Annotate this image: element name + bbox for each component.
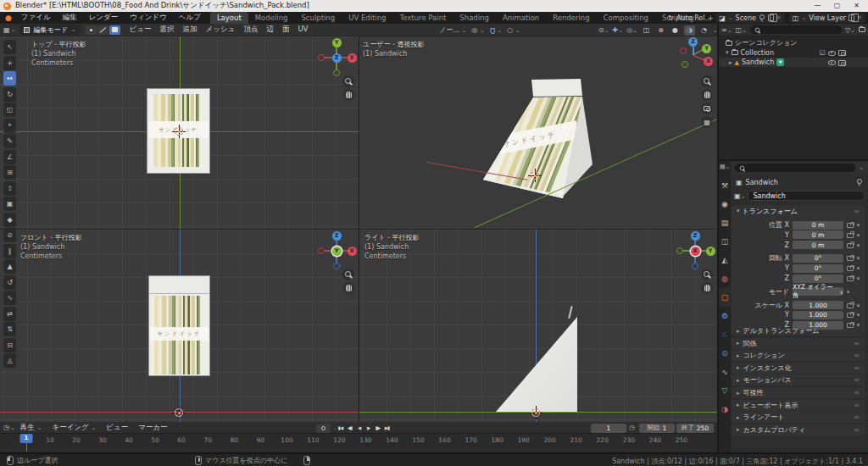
animate-dot-icon[interactable] bbox=[857, 257, 860, 259]
view-layer-properties-tab[interactable]: ◫ bbox=[719, 232, 731, 251]
properties-options-icon[interactable]: ⌄ bbox=[859, 164, 864, 171]
gizmo-y-axis[interactable]: Y bbox=[332, 247, 342, 256]
pivot-point-dropdown[interactable]: ◎ ⌄ bbox=[471, 26, 484, 34]
viewport-menu[interactable]: ビュー bbox=[125, 25, 156, 35]
render-visibility-icon[interactable] bbox=[838, 50, 846, 56]
move-tool[interactable]: ↔ bbox=[3, 71, 16, 86]
gizmo-x-neg[interactable] bbox=[318, 247, 325, 254]
panel-grip-icon[interactable]: ≡ bbox=[854, 376, 860, 384]
gizmo-z-axis[interactable]: Z bbox=[332, 231, 342, 241]
inset-faces-tool[interactable]: ▣ bbox=[3, 197, 16, 211]
maximize-button[interactable]: ▢ bbox=[827, 0, 847, 12]
viewport-user-perspective[interactable]: サンドイッチ ユーザー・透視投影 (1) Sandwich Z Y X ▦ bbox=[359, 36, 717, 229]
transform-value-field[interactable]: 1.000 bbox=[793, 311, 843, 319]
disclosure-icon[interactable]: ▸ bbox=[729, 59, 732, 66]
menubar-menu[interactable]: ヘルプ bbox=[173, 13, 207, 23]
gizmo-x-axis[interactable]: X bbox=[348, 247, 357, 256]
timeline-editor-icon[interactable]: ◷⌄ bbox=[3, 424, 15, 431]
panel-header[interactable]: ▸ラインアート≡ bbox=[732, 412, 865, 423]
auto-key-record-button[interactable] bbox=[316, 424, 331, 433]
transform-value-field[interactable]: 1.000 bbox=[793, 301, 843, 309]
outliner-row-collection[interactable]: ▾ Collection ☑ bbox=[719, 48, 868, 58]
scene-selector[interactable]: ◪⌄ Scene ✕ bbox=[715, 13, 785, 23]
object-name-field[interactable]: Sandwich bbox=[748, 191, 865, 201]
viewport-menu[interactable]: 追加 bbox=[179, 25, 202, 35]
pin-icon[interactable] bbox=[759, 14, 765, 21]
transform-value-field[interactable]: 0° bbox=[793, 275, 843, 283]
panel-grip-icon[interactable]: ≡ bbox=[854, 352, 860, 359]
close-button[interactable]: ✕ bbox=[847, 0, 866, 12]
zoom-widget[interactable] bbox=[342, 269, 354, 280]
current-frame-field[interactable]: 1 bbox=[591, 424, 626, 433]
shading-wireframe-button[interactable]: ⊕ bbox=[655, 25, 666, 36]
gizmo-z-axis[interactable]: Z bbox=[691, 231, 700, 241]
viewport-menu[interactable]: 辺 bbox=[262, 25, 278, 35]
lock-icon[interactable] bbox=[847, 311, 854, 319]
loop-cut-tool[interactable]: ⊘ bbox=[3, 228, 16, 242]
render-visibility-icon[interactable] bbox=[838, 60, 846, 66]
timeline-menu[interactable]: キーイング ⌄ bbox=[47, 423, 101, 433]
workspace-tab-animation[interactable]: Animation bbox=[496, 12, 546, 24]
gizmo-z-axis[interactable]: Z bbox=[688, 37, 698, 47]
timeline-menu[interactable]: ビュー bbox=[101, 423, 133, 433]
animate-dot-icon[interactable] bbox=[857, 277, 860, 280]
viewport-menu[interactable]: UV bbox=[293, 25, 312, 35]
lock-icon[interactable] bbox=[847, 221, 854, 229]
mode-dropdown[interactable]: 編集モード ⌄ bbox=[19, 25, 80, 35]
hide-eye-icon[interactable] bbox=[828, 49, 836, 57]
next-keyframe-button[interactable]: ▮▶ bbox=[373, 424, 382, 433]
rotate-tool[interactable]: ↻ bbox=[3, 87, 16, 102]
editor-type-icon[interactable]: ▦⌄ bbox=[3, 26, 15, 34]
particles-properties-tab[interactable]: ∴ bbox=[719, 325, 731, 344]
gizmo-x-axis[interactable]: X bbox=[348, 53, 357, 63]
panel-grip-icon[interactable]: ≡ bbox=[854, 364, 860, 372]
outliner-row-scene-collection[interactable]: シーンコレクション bbox=[719, 38, 868, 47]
bevel-tool[interactable]: ◆ bbox=[3, 213, 16, 227]
blender-menu-icon[interactable]: ● bbox=[5, 14, 12, 22]
tool-properties-tab[interactable]: ⚒ bbox=[719, 176, 731, 195]
workspace-tab-texture-paint[interactable]: Texture Paint bbox=[393, 12, 453, 24]
rip-region-tool[interactable]: ◬ bbox=[3, 353, 16, 368]
animate-dot-icon[interactable] bbox=[857, 313, 860, 316]
pan-hand-widget[interactable] bbox=[342, 89, 354, 101]
gizmo-y-axis[interactable]: Y bbox=[706, 247, 715, 256]
visibility-dropdown[interactable]: ⊙⌄ bbox=[598, 26, 609, 34]
gizmo-x-neg[interactable] bbox=[318, 54, 325, 61]
jump-to-start-button[interactable]: ▮◀ bbox=[336, 424, 345, 433]
transform-value-field[interactable]: 0 m bbox=[793, 241, 843, 249]
sandwich-package-front-view[interactable]: サンドイッチ bbox=[148, 275, 210, 376]
gizmo-x-axis[interactable]: X bbox=[691, 247, 700, 256]
shear-tool[interactable]: ⊟ bbox=[3, 338, 16, 352]
spin-tool[interactable]: ↺ bbox=[3, 275, 16, 290]
edge-slide-tool[interactable]: ⇄ bbox=[3, 307, 16, 321]
gizmo-y-neg[interactable] bbox=[333, 69, 340, 76]
smooth-tool[interactable]: ∿ bbox=[3, 291, 16, 305]
scale-tool[interactable]: ◱ bbox=[3, 103, 16, 117]
lock-icon[interactable] bbox=[847, 254, 854, 262]
animate-dot-icon[interactable] bbox=[857, 304, 860, 307]
transform-tool[interactable]: ⌖ bbox=[3, 119, 16, 133]
modifiers-properties-tab[interactable]: ⚙ bbox=[719, 307, 731, 325]
timeline-menu[interactable]: マーカー bbox=[133, 423, 172, 433]
pin-id-icon[interactable] bbox=[856, 179, 863, 186]
frame-end-field[interactable]: 終了250 bbox=[676, 424, 714, 433]
lock-icon[interactable] bbox=[847, 231, 854, 239]
scene-properties-tab[interactable]: ◭ bbox=[719, 251, 731, 269]
poly-build-tool[interactable]: ▲ bbox=[3, 259, 16, 274]
lock-icon[interactable] bbox=[847, 264, 854, 272]
play-button[interactable]: ▶ bbox=[364, 424, 373, 433]
transform-value-field[interactable]: 0° bbox=[793, 254, 843, 263]
hide-eye-icon[interactable] bbox=[828, 58, 836, 66]
viewport-top[interactable]: サンドイッチ トップ・平行投影 (1) Sandwich Centimeters… bbox=[0, 36, 359, 229]
use-preview-range-icon[interactable]: ◷ bbox=[629, 424, 635, 431]
properties-search-input[interactable] bbox=[735, 164, 855, 172]
panel-grip-icon[interactable]: ≡ bbox=[854, 402, 860, 409]
output-properties-tab[interactable]: ▤ bbox=[719, 214, 731, 232]
gizmo-y-neg[interactable] bbox=[676, 247, 683, 254]
shading-rendered-button[interactable]: ◔ bbox=[698, 25, 709, 36]
object-properties-tab[interactable]: ▢ bbox=[719, 288, 731, 307]
panel-header[interactable]: ▸関係≡ bbox=[732, 338, 865, 349]
measure-tool[interactable]: ∠ bbox=[3, 150, 16, 164]
camera-view-widget[interactable] bbox=[701, 103, 713, 114]
panel-header[interactable]: ▸ビューポート表示≡ bbox=[732, 400, 865, 411]
